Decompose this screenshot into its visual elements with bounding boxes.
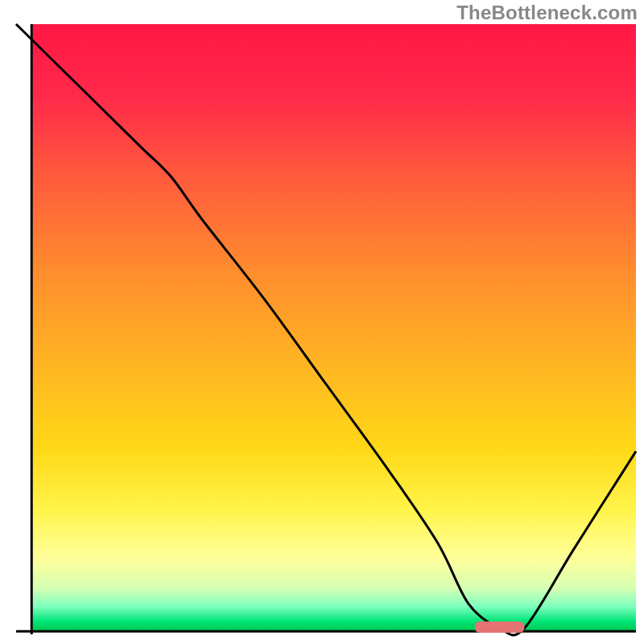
watermark-text: TheBottleneck.com bbox=[456, 2, 638, 24]
bottleneck-chart bbox=[0, 0, 644, 644]
chart-background bbox=[32, 24, 636, 630]
chart-container: TheBottleneck.com bbox=[0, 0, 644, 644]
optimal-range-marker bbox=[475, 621, 525, 633]
